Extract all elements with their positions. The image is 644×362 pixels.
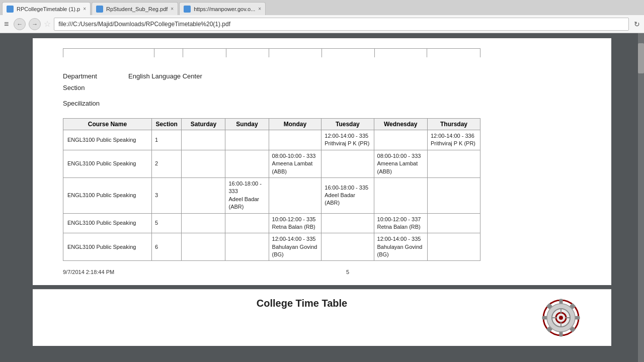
hamburger-button[interactable]: ≡: [4, 20, 9, 29]
cell-sunday-row4: [225, 233, 269, 261]
cell-saturday-row0: [182, 130, 225, 150]
header-monday: Monday: [269, 119, 321, 130]
section-label: Section: [63, 84, 85, 92]
tab-favicon-2: [96, 6, 103, 13]
cell-sunday-row1: [225, 150, 269, 177]
cell-monday-row0: [269, 130, 321, 150]
cell-course-row1: ENGL3100 Public Speaking: [63, 150, 152, 177]
cell-sunday-row0: [225, 130, 269, 150]
header-sunday: Sunday: [225, 119, 269, 130]
cell-thursday-row2: [427, 177, 480, 213]
table-header-row: Course Name Section Saturday Sunday Mond…: [63, 119, 480, 130]
college-logo: [541, 298, 581, 338]
section-row: Section: [63, 84, 581, 96]
partial-table-top: [63, 48, 480, 57]
cell-thursday-row0: 12:00-14:00 - 336 Prithviraj P K (PR): [427, 130, 480, 150]
scrollbar[interactable]: [638, 33, 644, 362]
tab-close-1[interactable]: ×: [83, 6, 86, 12]
pdf-page: Department English Language Center Secti…: [33, 38, 611, 285]
specialization-row: Specilization: [63, 100, 581, 113]
table-row: ENGL3100 Public Speaking112:00-14:00 - 3…: [63, 130, 480, 150]
back-icon: ←: [17, 21, 23, 28]
bookmark-button[interactable]: ☆: [44, 19, 51, 29]
timetable: Course Name Section Saturday Sunday Mond…: [63, 118, 480, 261]
cell-saturday-row4: [182, 233, 225, 261]
header-thursday: Thursday: [427, 119, 480, 130]
cell-tuesday-row0: 12:00-14:00 - 335 Prithviraj P K (PR): [321, 130, 374, 150]
footer-page-number: 5: [346, 269, 349, 275]
department-label: Department: [63, 72, 128, 80]
cell-course-row0: ENGL3100 Public Speaking: [63, 130, 152, 150]
address-bar-row: ≡ ← → ☆ file:///C:/Users/Majid/Downloads…: [0, 15, 644, 33]
cell-course-row2: ENGL3100 Public Speaking: [63, 177, 152, 213]
cell-section-row3: 5: [151, 213, 182, 233]
cell-course-row3: ENGL3100 Public Speaking: [63, 213, 152, 233]
next-page-title: College Time Table: [257, 298, 347, 309]
cell-tuesday-row4: [321, 233, 374, 261]
cell-section-row0: 1: [151, 130, 182, 150]
footer-timestamp: 9/7/2014 2:18:44 PM: [63, 269, 114, 275]
cell-thursday-row1: [427, 150, 480, 177]
cell-wednesday-row2: [374, 177, 427, 213]
cell-wednesday-row3: 10:00-12:00 - 337 Retna Balan (RB): [374, 213, 427, 233]
next-page-preview: College Time Table: [33, 289, 611, 346]
scrollbar-thumb[interactable]: [638, 43, 644, 73]
cell-wednesday-row4: 12:00-14:00 - 335 Bahulayan Govind (BG): [374, 233, 427, 261]
cell-monday-row1: 08:00-10:00 - 333 Ameena Lambat (ABB): [269, 150, 321, 177]
specialization-label: Specilization: [63, 100, 100, 107]
cell-monday-row4: 12:00-14:00 - 335 Bahulayan Govind (BG): [269, 233, 321, 261]
header-tuesday: Tuesday: [321, 119, 374, 130]
cell-tuesday-row3: [321, 213, 374, 233]
cell-thursday-row4: [427, 233, 480, 261]
tab-favicon-3: [184, 6, 191, 13]
department-value: English Language Center: [128, 72, 202, 80]
table-row: ENGL3100 Public Speaking510:00-12:00 - 3…: [63, 213, 480, 233]
cell-sunday-row2: 16:00-18:00 - 333 Adeel Badar (ABR): [225, 177, 269, 213]
header-section: Section: [151, 119, 182, 130]
tab-favicon-1: [7, 6, 14, 13]
tab-close-2[interactable]: ×: [171, 6, 174, 12]
cell-saturday-row2: [182, 177, 225, 213]
table-row: ENGL3100 Public Speaking208:00-10:00 - 3…: [63, 150, 480, 177]
forward-icon: →: [32, 21, 38, 28]
tab-manpower[interactable]: https://manpower.gov.o... ×: [179, 2, 266, 15]
cell-tuesday-row1: [321, 150, 374, 177]
pdf-viewer: Department English Language Center Secti…: [0, 33, 644, 362]
tab-label-3: https://manpower.gov.o...: [194, 6, 255, 12]
cell-tuesday-row2: 16:00-18:00 - 335 Adeel Badar (ABR): [321, 177, 374, 213]
cell-section-row1: 2: [151, 150, 182, 177]
cell-section-row2: 3: [151, 177, 182, 213]
reload-button[interactable]: ↻: [634, 20, 640, 28]
header-saturday: Saturday: [182, 119, 225, 130]
back-button[interactable]: ←: [14, 18, 26, 30]
cell-thursday-row3: [427, 213, 480, 233]
tab-bar: RPCollegeTimetable (1).p × RpStudent_Sub…: [0, 0, 644, 15]
cell-wednesday-row0: [374, 130, 427, 150]
forward-button[interactable]: →: [29, 18, 41, 30]
cell-section-row4: 6: [151, 233, 182, 261]
address-text: file:///C:/Users/Majid/Downloads/RPColle…: [58, 21, 230, 28]
cell-course-row4: ENGL3100 Public Speaking: [63, 233, 152, 261]
cell-saturday-row1: [182, 150, 225, 177]
tab-label-2: RpStudent_Sub_Reg.pdf: [106, 6, 168, 12]
header-course-name: Course Name: [63, 119, 152, 130]
cell-monday-row3: 10:00-12:00 - 335 Retna Balan (RB): [269, 213, 321, 233]
cell-wednesday-row1: 08:00-10:00 - 333 Ameena Lambat (ABB): [374, 150, 427, 177]
address-bar[interactable]: file:///C:/Users/Majid/Downloads/RPColle…: [54, 18, 629, 31]
department-section: Department English Language Center Secti…: [63, 72, 581, 113]
header-wednesday: Wednesday: [374, 119, 427, 130]
tab-student[interactable]: RpStudent_Sub_Reg.pdf ×: [92, 2, 178, 15]
browser-window: RPCollegeTimetable (1).p × RpStudent_Sub…: [0, 0, 644, 362]
tab-timetable[interactable]: RPCollegeTimetable (1).p ×: [2, 2, 91, 15]
tab-close-3[interactable]: ×: [258, 6, 261, 12]
tab-label-1: RPCollegeTimetable (1).p: [17, 6, 80, 12]
cell-saturday-row3: [182, 213, 225, 233]
cell-sunday-row3: [225, 213, 269, 233]
department-row: Department English Language Center: [63, 72, 581, 80]
table-row: ENGL3100 Public Speaking612:00-14:00 - 3…: [63, 233, 480, 261]
cell-monday-row2: [269, 177, 321, 213]
next-page-header: College Time Table: [63, 298, 581, 338]
svg-point-12: [559, 316, 563, 320]
page-footer: 9/7/2014 2:18:44 PM 5: [63, 269, 581, 275]
table-row: ENGL3100 Public Speaking316:00-18:00 - 3…: [63, 177, 480, 213]
